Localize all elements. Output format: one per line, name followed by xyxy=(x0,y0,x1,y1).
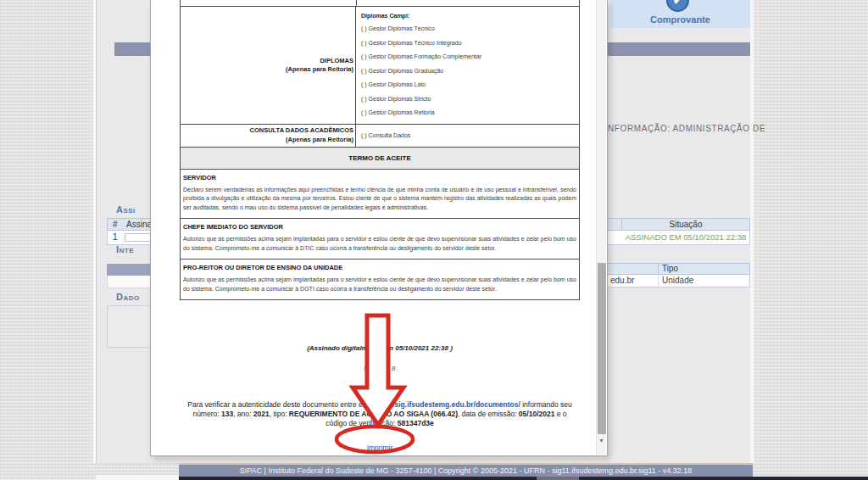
termo-section-chefe: CHEFE IMEDIATO DO SERVIDOR Autorizo que … xyxy=(181,219,579,260)
termo-section-text: Autorizo que as permissões acima sejam i… xyxy=(183,235,576,253)
permissions-table: DIPLOMAS (Apenas para Reitoria) Diplomas… xyxy=(180,0,580,300)
termo-de-aceite-header: TERMO DE ACEITE xyxy=(181,148,579,170)
permission-checkbox-item: ( ) Consulta Dados xyxy=(361,132,410,138)
bottom-gray-segment xyxy=(537,477,579,480)
row-label-sub: (Apenas para Reitoria) xyxy=(286,65,353,74)
permission-checkbox-item: ( ) Gestor Diplomas Formação Complementa… xyxy=(361,53,574,59)
permission-checkbox-item: ( ) Gestor Diplomas Stricto xyxy=(361,96,574,102)
verification-code: 581347d3e xyxy=(398,419,434,427)
row-items-diplomas: Diplomas Campi: ( ) Gestor Diplomas Técn… xyxy=(356,7,579,124)
signature-date-line: (Assinado digitalmente em 05/10/2021 22:… xyxy=(180,344,580,352)
comprovante-label: Comprovante xyxy=(610,14,750,25)
imprimir-link[interactable]: Imprimir xyxy=(367,444,393,452)
permission-checkbox-item: ( ) Gestor Diplomas Lato xyxy=(361,81,574,87)
verification-text: , tipo: xyxy=(270,410,289,418)
panel-left-gap xyxy=(93,0,96,463)
permission-checkbox-item: ( ) Gestor Diplomas Técnico Integrado xyxy=(361,40,574,46)
row-items-consulta: ( ) Consulta Dados xyxy=(356,125,579,147)
termo-section-text: Declaro serem verdadeiras as informações… xyxy=(183,186,576,213)
check-circle-icon: ✔ xyxy=(666,0,689,12)
table-stub-row xyxy=(181,0,579,7)
verification-link[interactable]: https://sig.ifsudestemg.edu.br/documento… xyxy=(370,400,520,409)
document-page: DIPLOMAS (Apenas para Reitoria) Diplomas… xyxy=(180,0,580,454)
interessados-section-title: Inte xyxy=(116,244,134,254)
table-row-diplomas: DIPLOMAS (Apenas para Reitoria) Diplomas… xyxy=(181,7,579,125)
col-header-situacao: Situação xyxy=(622,220,749,229)
info-text-fragment: NFORMAÇÃO: ADMINISTRAÇÃO DE xyxy=(608,124,765,133)
scrollbar-thumb[interactable] xyxy=(598,263,606,434)
row-label-diplomas: DIPLOMAS (Apenas para Reitoria) xyxy=(181,7,356,124)
panel-right-edge xyxy=(750,0,754,463)
verification-year: 2021 xyxy=(253,410,270,418)
verification-doc-type: REQUERIMENTO DE ACESSO AO SIGAA (066.42) xyxy=(289,410,458,418)
col-header-tipo: Tipo xyxy=(662,264,678,273)
verification-text: , ano: xyxy=(233,410,253,418)
row-number: 1 xyxy=(113,232,118,242)
row-label-main: DIPLOMAS xyxy=(320,57,353,65)
termo-section-title: CHEFE IMEDIATO DO SERVIDOR xyxy=(183,223,576,231)
termo-section-servidor: SERVIDOR Declaro serem verdadeiras as in… xyxy=(181,170,579,220)
assinaturas-section-title: Assi xyxy=(116,204,136,215)
permission-checkbox-item: ( ) Gestor Diplomas Técnico xyxy=(361,25,574,31)
termo-section-title: PRO-REITOR OU DIRETOR DE ENSINO DA UNIDA… xyxy=(183,264,576,271)
col-header-assinante: Assina xyxy=(126,220,152,229)
verification-paragraph: Para verificar a autenticidade deste doc… xyxy=(180,400,580,428)
document-preview-modal: DIPLOMAS (Apenas para Reitoria) Diplomas… xyxy=(150,0,608,456)
digital-signature-block: (Assinado digitalmente em 05/10/2021 22:… xyxy=(180,344,580,371)
dados-section-title: Dado xyxy=(116,292,140,302)
verification-text: Para verificar a autenticidade deste doc… xyxy=(187,400,370,409)
verification-date: 05/10/2021 xyxy=(519,410,555,418)
row-label-consulta: CONSULTA DADOS ACADÊMICOS (Apenas para R… xyxy=(181,125,356,147)
verification-text: , data de emissão: xyxy=(458,410,519,418)
items-group-title: Diplomas Campi: xyxy=(361,13,574,19)
column-divider xyxy=(658,275,659,287)
termo-section-text: Autorizo que as permissões acima sejam i… xyxy=(183,276,576,293)
permission-checkbox-item: ( ) Gestor Diplomas Reitoria xyxy=(361,109,574,115)
permission-checkbox-item: ( ) Gestor Diplomas Graduação xyxy=(361,68,574,74)
tipo-value: Unidade xyxy=(662,276,693,285)
verification-number: 133 xyxy=(221,410,233,418)
signature-name-redacted: C: W xyxy=(180,358,580,364)
comprovante-button[interactable]: ✔ Comprovante xyxy=(610,0,750,28)
column-divider xyxy=(356,0,357,6)
bottom-dark-strip xyxy=(179,477,868,480)
situacao-status-text: ASSINADO EM 05/10/2021 22:38 xyxy=(622,232,749,242)
col-header-num: # xyxy=(113,220,118,229)
row-label-main: CONSULTA DADOS ACADÊMICOS xyxy=(250,126,354,135)
bottom-white-strip xyxy=(96,475,179,480)
column-divider xyxy=(658,264,659,274)
email-fragment: edu.br xyxy=(610,276,634,285)
termo-section-proreitor: PRO-REITOR OU DIRETOR DE ENSINO DA UNIDA… xyxy=(181,260,579,300)
signature-matricula-redacted: Matrícula: B xyxy=(180,366,580,371)
modal-scrollbar[interactable]: ▼ xyxy=(596,0,606,455)
scrollbar-down-arrow-icon[interactable]: ▼ xyxy=(597,438,606,444)
footer-text: SIPAC | Instituto Federal do Sudeste de … xyxy=(179,465,753,477)
row-label-sub: (Apenas para Reitoria) xyxy=(286,136,353,144)
table-row-consulta: CONSULTA DADOS ACADÊMICOS (Apenas para R… xyxy=(181,125,579,148)
termo-section-title: SERVIDOR xyxy=(183,174,576,181)
